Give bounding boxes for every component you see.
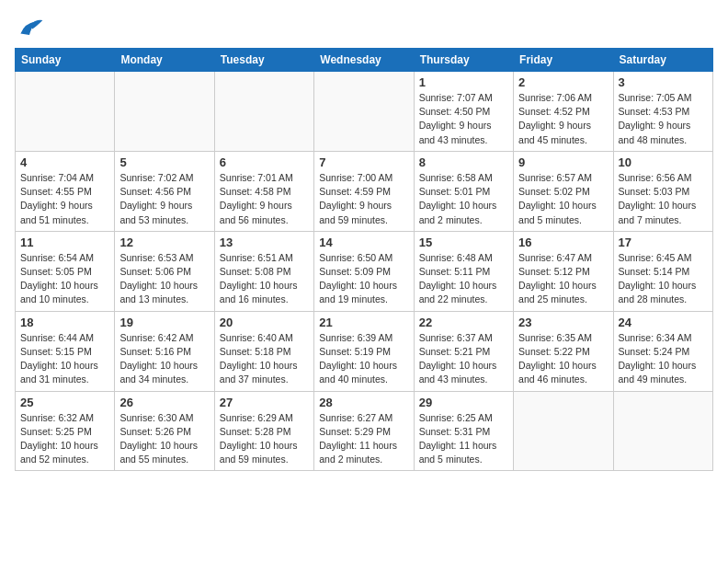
day-number: 8 [419, 155, 508, 169]
day-number: 5 [119, 155, 209, 169]
day-info: Sunrise: 6:44 AMSunset: 5:15 PMDaylight:… [20, 331, 109, 387]
calendar-cell: 14Sunrise: 6:50 AMSunset: 5:09 PMDayligh… [314, 231, 414, 311]
day-info: Sunrise: 6:58 AMSunset: 5:01 PMDaylight:… [419, 171, 508, 227]
day-info: Sunrise: 6:51 AMSunset: 5:08 PMDaylight:… [220, 251, 309, 307]
calendar-cell: 26Sunrise: 6:30 AMSunset: 5:26 PMDayligh… [115, 391, 214, 471]
day-number: 19 [119, 316, 209, 329]
day-number: 14 [319, 236, 408, 249]
calendar-cell: 13Sunrise: 6:51 AMSunset: 5:08 PMDayligh… [214, 231, 313, 311]
day-number: 3 [619, 75, 708, 89]
calendar-cell: 16Sunrise: 6:47 AMSunset: 5:12 PMDayligh… [514, 231, 613, 311]
calendar-cell: 20Sunrise: 6:40 AMSunset: 5:18 PMDayligh… [214, 311, 313, 391]
calendar-cell: 2Sunrise: 7:06 AMSunset: 4:52 PMDaylight… [514, 72, 613, 152]
day-header-thursday: Thursday [414, 49, 513, 72]
calendar-week-2: 4Sunrise: 7:04 AMSunset: 4:55 PMDaylight… [16, 151, 713, 231]
calendar-cell [314, 72, 414, 152]
day-number: 24 [619, 316, 708, 329]
day-number: 6 [220, 155, 309, 169]
day-info: Sunrise: 7:00 AMSunset: 4:59 PMDaylight:… [319, 171, 408, 227]
day-number: 23 [518, 316, 608, 329]
day-info: Sunrise: 7:06 AMSunset: 4:52 PMDaylight:… [518, 91, 608, 147]
day-info: Sunrise: 7:01 AMSunset: 4:58 PMDaylight:… [220, 171, 309, 227]
day-info: Sunrise: 6:50 AMSunset: 5:09 PMDaylight:… [319, 251, 408, 307]
calendar-header-row: SundayMondayTuesdayWednesdayThursdayFrid… [16, 49, 713, 72]
calendar-cell: 24Sunrise: 6:34 AMSunset: 5:24 PMDayligh… [613, 311, 712, 391]
day-number: 2 [518, 75, 608, 89]
day-header-tuesday: Tuesday [214, 49, 313, 72]
calendar-cell: 7Sunrise: 7:00 AMSunset: 4:59 PMDaylight… [314, 151, 414, 231]
day-info: Sunrise: 6:48 AMSunset: 5:11 PMDaylight:… [419, 251, 508, 307]
calendar-cell: 1Sunrise: 7:07 AMSunset: 4:50 PMDaylight… [414, 72, 513, 152]
calendar-cell: 27Sunrise: 6:29 AMSunset: 5:28 PMDayligh… [214, 391, 313, 471]
day-info: Sunrise: 6:35 AMSunset: 5:22 PMDaylight:… [518, 331, 608, 387]
day-info: Sunrise: 6:29 AMSunset: 5:28 PMDaylight:… [220, 411, 309, 467]
day-info: Sunrise: 6:39 AMSunset: 5:19 PMDaylight:… [319, 331, 408, 387]
calendar-cell: 9Sunrise: 6:57 AMSunset: 5:02 PMDaylight… [514, 151, 613, 231]
calendar-cell: 3Sunrise: 7:05 AMSunset: 4:53 PMDaylight… [613, 72, 712, 152]
calendar-week-1: 1Sunrise: 7:07 AMSunset: 4:50 PMDaylight… [16, 72, 713, 152]
day-number: 9 [518, 155, 608, 169]
day-number: 22 [419, 316, 508, 329]
day-number: 21 [319, 316, 408, 329]
day-info: Sunrise: 7:04 AMSunset: 4:55 PMDaylight:… [20, 171, 109, 227]
day-number: 18 [20, 316, 109, 329]
calendar-cell: 29Sunrise: 6:25 AMSunset: 5:31 PMDayligh… [414, 391, 513, 471]
calendar-week-3: 11Sunrise: 6:54 AMSunset: 5:05 PMDayligh… [16, 231, 713, 311]
day-number: 11 [20, 236, 109, 249]
calendar-cell [214, 72, 313, 152]
day-number: 1 [419, 75, 508, 89]
day-number: 4 [20, 155, 109, 169]
calendar-cell: 18Sunrise: 6:44 AMSunset: 5:15 PMDayligh… [16, 311, 115, 391]
calendar-cell: 25Sunrise: 6:32 AMSunset: 5:25 PMDayligh… [16, 391, 115, 471]
day-header-wednesday: Wednesday [314, 49, 414, 72]
calendar-table: SundayMondayTuesdayWednesdayThursdayFrid… [15, 48, 713, 471]
day-number: 26 [119, 396, 209, 409]
calendar-cell: 23Sunrise: 6:35 AMSunset: 5:22 PMDayligh… [514, 311, 613, 391]
day-number: 28 [319, 396, 408, 409]
calendar-cell: 28Sunrise: 6:27 AMSunset: 5:29 PMDayligh… [314, 391, 414, 471]
calendar-cell: 8Sunrise: 6:58 AMSunset: 5:01 PMDaylight… [414, 151, 513, 231]
calendar-cell [514, 391, 613, 471]
day-number: 17 [619, 236, 708, 249]
calendar-cell [613, 391, 712, 471]
day-number: 10 [619, 155, 708, 169]
day-info: Sunrise: 6:30 AMSunset: 5:26 PMDaylight:… [119, 411, 209, 467]
day-info: Sunrise: 6:56 AMSunset: 5:03 PMDaylight:… [619, 171, 708, 227]
calendar-cell [115, 72, 214, 152]
day-info: Sunrise: 6:37 AMSunset: 5:21 PMDaylight:… [419, 331, 508, 387]
calendar-week-5: 25Sunrise: 6:32 AMSunset: 5:25 PMDayligh… [16, 391, 713, 471]
calendar-cell: 17Sunrise: 6:45 AMSunset: 5:14 PMDayligh… [613, 231, 712, 311]
logo [15, 15, 48, 40]
day-info: Sunrise: 6:25 AMSunset: 5:31 PMDaylight:… [419, 411, 508, 467]
day-info: Sunrise: 6:47 AMSunset: 5:12 PMDaylight:… [518, 251, 608, 307]
day-info: Sunrise: 6:54 AMSunset: 5:05 PMDaylight:… [20, 251, 109, 307]
day-info: Sunrise: 7:02 AMSunset: 4:56 PMDaylight:… [119, 171, 209, 227]
day-number: 16 [518, 236, 608, 249]
calendar-week-4: 18Sunrise: 6:44 AMSunset: 5:15 PMDayligh… [16, 311, 713, 391]
calendar-cell: 6Sunrise: 7:01 AMSunset: 4:58 PMDaylight… [214, 151, 313, 231]
day-info: Sunrise: 7:07 AMSunset: 4:50 PMDaylight:… [419, 91, 508, 147]
day-info: Sunrise: 6:32 AMSunset: 5:25 PMDaylight:… [20, 411, 109, 467]
day-info: Sunrise: 7:05 AMSunset: 4:53 PMDaylight:… [619, 91, 708, 147]
calendar-cell: 15Sunrise: 6:48 AMSunset: 5:11 PMDayligh… [414, 231, 513, 311]
day-number: 12 [119, 236, 209, 249]
calendar-cell: 22Sunrise: 6:37 AMSunset: 5:21 PMDayligh… [414, 311, 513, 391]
calendar-cell: 19Sunrise: 6:42 AMSunset: 5:16 PMDayligh… [115, 311, 214, 391]
calendar-cell: 4Sunrise: 7:04 AMSunset: 4:55 PMDaylight… [16, 151, 115, 231]
calendar-body: 1Sunrise: 7:07 AMSunset: 4:50 PMDaylight… [16, 72, 713, 471]
day-header-saturday: Saturday [613, 49, 712, 72]
day-number: 13 [220, 236, 309, 249]
calendar-cell: 21Sunrise: 6:39 AMSunset: 5:19 PMDayligh… [314, 311, 414, 391]
calendar-cell: 10Sunrise: 6:56 AMSunset: 5:03 PMDayligh… [613, 151, 712, 231]
day-info: Sunrise: 6:53 AMSunset: 5:06 PMDaylight:… [119, 251, 209, 307]
day-header-monday: Monday [115, 49, 214, 72]
calendar-cell: 5Sunrise: 7:02 AMSunset: 4:56 PMDaylight… [115, 151, 214, 231]
day-number: 29 [419, 396, 508, 409]
day-info: Sunrise: 6:42 AMSunset: 5:16 PMDaylight:… [119, 331, 209, 387]
calendar-cell [16, 72, 115, 152]
calendar-cell: 11Sunrise: 6:54 AMSunset: 5:05 PMDayligh… [16, 231, 115, 311]
day-number: 7 [319, 155, 408, 169]
day-number: 27 [220, 396, 309, 409]
day-info: Sunrise: 6:27 AMSunset: 5:29 PMDaylight:… [319, 411, 408, 467]
day-number: 20 [220, 316, 309, 329]
